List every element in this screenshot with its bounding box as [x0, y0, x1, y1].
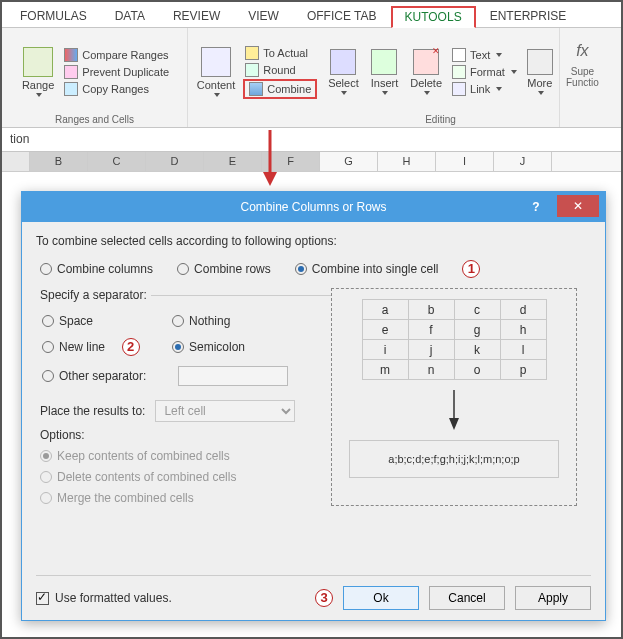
- tab-view[interactable]: VIEW: [234, 5, 293, 27]
- preview-result: a;b;c;d;e;f;g;h;i;j;k;l;m;n;o;p: [349, 440, 559, 478]
- tab-enterprise[interactable]: ENTERPRISE: [476, 5, 581, 27]
- actual-label: To Actual: [263, 47, 308, 59]
- combine-dialog: Combine Columns or Rows ? ✕ To combine s…: [21, 191, 606, 621]
- text-icon: [452, 48, 466, 62]
- help-button[interactable]: ?: [521, 192, 551, 222]
- prevent-label: Prevent Duplicate: [82, 66, 169, 78]
- cancel-button[interactable]: Cancel: [429, 586, 505, 610]
- link-icon: [452, 82, 466, 96]
- options-label: Options:: [40, 428, 331, 442]
- ok-button[interactable]: Ok: [343, 586, 419, 610]
- radio-keep-contents[interactable]: Keep contents of combined cells: [40, 449, 331, 463]
- content-button[interactable]: Content: [193, 45, 240, 99]
- super-functions-label: SupeFunctio: [566, 66, 599, 88]
- col-H[interactable]: H: [378, 152, 436, 171]
- separator-legend: Specify a separator:: [36, 288, 151, 302]
- text-button[interactable]: Text: [450, 47, 519, 63]
- col-E[interactable]: E: [204, 152, 262, 171]
- preview-panel: abcd efgh ijkl mnop a;b;c;d;e;f;g;h;i;j;…: [331, 288, 577, 506]
- col-G[interactable]: G: [320, 152, 378, 171]
- ribbon: Range Compare Ranges Prevent Duplicate C…: [2, 28, 621, 128]
- callout-arrow-icon: [260, 130, 280, 186]
- col-B[interactable]: B: [30, 152, 88, 171]
- round-icon: [245, 63, 259, 77]
- radio-combine-columns[interactable]: Combine columns: [40, 262, 153, 276]
- dialog-titlebar[interactable]: Combine Columns or Rows ? ✕: [22, 192, 605, 222]
- format-button[interactable]: Format: [450, 64, 519, 80]
- tab-office-tab[interactable]: OFFICE TAB: [293, 5, 391, 27]
- tab-review[interactable]: REVIEW: [159, 5, 234, 27]
- apply-button[interactable]: Apply: [515, 586, 591, 610]
- insert-button[interactable]: Insert: [367, 47, 403, 97]
- tab-formulas[interactable]: FORMULAS: [6, 5, 101, 27]
- radio-merge-label: Merge the combined cells: [57, 491, 194, 505]
- content-icon: [201, 47, 231, 77]
- radio-newline[interactable]: New line 2: [42, 338, 172, 356]
- col-I[interactable]: I: [436, 152, 494, 171]
- radio-combine-rows[interactable]: Combine rows: [177, 262, 271, 276]
- text-label: Text: [470, 49, 490, 61]
- radio-keep-label: Keep contents of combined cells: [57, 449, 230, 463]
- range-label: Range: [22, 79, 54, 91]
- row-number-gutter[interactable]: [2, 152, 30, 171]
- tab-kutools[interactable]: KUTOOLS: [391, 6, 476, 28]
- radio-space[interactable]: Space: [42, 314, 172, 328]
- copy-ranges-button[interactable]: Copy Ranges: [62, 81, 171, 97]
- compare-label: Compare Ranges: [82, 49, 168, 61]
- radio-other[interactable]: Other separator:: [42, 369, 172, 383]
- compare-ranges-button[interactable]: Compare Ranges: [62, 47, 171, 63]
- link-label: Link: [470, 83, 490, 95]
- more-icon: [527, 49, 553, 75]
- other-separator-input[interactable]: [178, 366, 288, 386]
- col-D[interactable]: D: [146, 152, 204, 171]
- select-button[interactable]: Select: [324, 47, 363, 97]
- ribbon-tabs: FORMULAS DATA REVIEW VIEW OFFICE TAB KUT…: [2, 2, 621, 28]
- radio-delete-label: Delete contents of combined cells: [57, 470, 236, 484]
- radio-merge-cells[interactable]: Merge the combined cells: [40, 491, 331, 505]
- use-formatted-label: Use formatted values.: [55, 591, 172, 605]
- link-button[interactable]: Link: [450, 81, 519, 97]
- column-headers: B C D E F G H I J: [2, 152, 621, 172]
- close-button[interactable]: ✕: [557, 195, 599, 217]
- select-icon: [330, 49, 356, 75]
- col-C[interactable]: C: [88, 152, 146, 171]
- combine-button[interactable]: Combine: [243, 79, 317, 99]
- range-icon: [23, 47, 53, 77]
- copy-icon: [64, 82, 78, 96]
- radio-semicolon[interactable]: Semicolon: [172, 340, 322, 354]
- radio-single-label: Combine into single cell: [312, 262, 439, 276]
- to-actual-button[interactable]: To Actual: [243, 45, 317, 61]
- radio-space-label: Space: [59, 314, 93, 328]
- radio-newline-label: New line: [59, 340, 105, 354]
- callout-badge-3: 3: [315, 589, 333, 607]
- group-editing-label: Editing: [425, 114, 456, 125]
- insert-icon: [371, 49, 397, 75]
- formula-bar[interactable]: tion: [2, 128, 621, 152]
- radio-cols-label: Combine columns: [57, 262, 153, 276]
- radio-combine-single[interactable]: Combine into single cell: [295, 262, 439, 276]
- callout-badge-2: 2: [122, 338, 140, 356]
- tab-data[interactable]: DATA: [101, 5, 159, 27]
- radio-nothing-label: Nothing: [189, 314, 230, 328]
- checkbox-icon: [36, 592, 49, 605]
- insert-label: Insert: [371, 77, 399, 89]
- format-icon: [452, 65, 466, 79]
- more-label: More: [527, 77, 552, 89]
- use-formatted-checkbox[interactable]: Use formatted values.: [36, 591, 172, 605]
- more-button[interactable]: More: [523, 47, 557, 97]
- callout-badge-1: 1: [462, 260, 480, 278]
- round-button[interactable]: Round: [243, 62, 317, 78]
- radio-nothing[interactable]: Nothing: [172, 314, 322, 328]
- place-results-select[interactable]: Left cell: [155, 400, 295, 422]
- range-button[interactable]: Range: [18, 45, 58, 99]
- separator-fieldset: Specify a separator: Space Nothing New l…: [36, 288, 331, 394]
- place-results-label: Place the results to:: [40, 404, 145, 418]
- col-J[interactable]: J: [494, 152, 552, 171]
- select-label: Select: [328, 77, 359, 89]
- delete-label: Delete: [410, 77, 442, 89]
- group-ranges-label: Ranges and Cells: [55, 114, 134, 125]
- prevent-duplicate-button[interactable]: Prevent Duplicate: [62, 64, 171, 80]
- radio-rows-label: Combine rows: [194, 262, 271, 276]
- radio-delete-contents[interactable]: Delete contents of combined cells: [40, 470, 331, 484]
- delete-button[interactable]: Delete: [406, 47, 446, 97]
